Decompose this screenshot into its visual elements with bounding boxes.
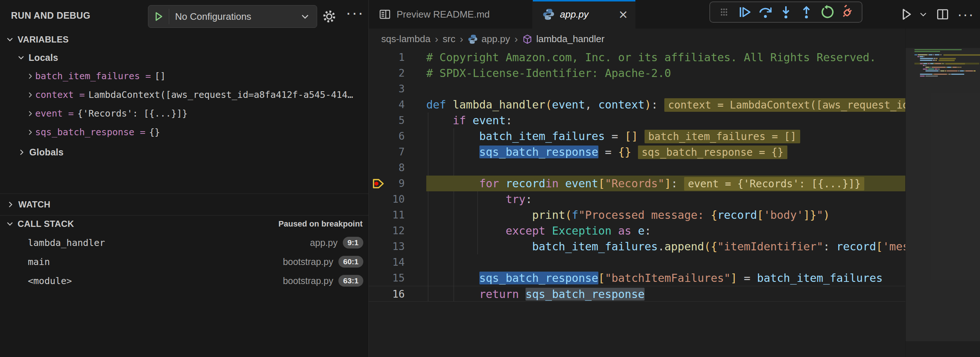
code-line-2[interactable]: 2# SPDX-License-Identifier: Apache-2.0 (369, 65, 905, 81)
token: as (612, 224, 638, 237)
variable-name: batch_item_failures = (35, 71, 151, 81)
step-out-icon[interactable] (799, 4, 815, 20)
minimap-token (943, 63, 944, 64)
token: , (585, 98, 598, 111)
line-content (426, 81, 905, 97)
line-content: # Copyright Amazon.com, Inc. or its affi… (426, 49, 905, 65)
code-line-16[interactable]: 16 return sqs_batch_response (369, 286, 905, 302)
breadcrumb-file[interactable]: app.py (468, 33, 510, 45)
breadcrumb: sqs-lambda › src › app.py › (369, 29, 980, 49)
token: sqs_batch_response (525, 288, 644, 301)
variable-row-context[interactable]: context =LambdaContext([aws_request_id=a… (0, 85, 368, 104)
code-line-5[interactable]: 5 if event: (369, 113, 905, 128)
variable-row-sqs_batch_response[interactable]: sqs_batch_response ={} (0, 123, 368, 142)
views-more-actions-icon[interactable]: ··· (342, 2, 368, 26)
chevron-down-icon[interactable] (300, 11, 317, 22)
token: return (479, 288, 525, 301)
inline-debug-value: context = LambdaContext([aws_request_id=… (664, 98, 905, 112)
line-content: print(f"Processed message: {record['body… (426, 207, 905, 223)
token: " (817, 209, 823, 222)
editor-group: Preview README.md app.py × (369, 0, 980, 357)
tab-label: Preview README.md (397, 9, 490, 20)
gripper-icon[interactable] (716, 4, 732, 20)
restart-icon[interactable] (819, 4, 835, 20)
line-number: 10 (369, 191, 405, 207)
line-number: 11 (369, 207, 405, 223)
step-over-icon[interactable] (757, 4, 773, 20)
code-line-15[interactable]: 15 sqs_batch_response["batchItemFailures… (369, 270, 905, 286)
breadcrumb-folder[interactable]: sqs-lambda (381, 33, 430, 45)
code-line-3[interactable]: 3 (369, 81, 905, 97)
stack-frame-row[interactable]: mainbootstrap.py60:1 (0, 252, 368, 271)
minimap-token (920, 60, 932, 61)
step-into-icon[interactable] (778, 4, 794, 20)
paused-status-badge: Paused on breakpoint (278, 219, 363, 229)
code-line-10[interactable]: 10 try: (369, 191, 905, 207)
debug-toolbar (710, 2, 862, 23)
line-content: except Exception as e: (426, 223, 905, 239)
code-line-9[interactable]: 9 for recordin event["Records"]:event = … (369, 175, 905, 191)
token: if (453, 114, 473, 127)
code-line-14[interactable]: 14 (369, 254, 905, 270)
minimap-token (928, 63, 930, 64)
line-number: 16 (369, 286, 405, 302)
minimap-token (928, 54, 928, 55)
frame-name: <module> (0, 276, 72, 286)
token: : (525, 193, 532, 206)
code-line-7[interactable]: 7 sqs_batch_response = {}sqs_batch_respo… (369, 144, 905, 160)
line-content: sqs_batch_response = {}sqs_batch_respons… (426, 144, 905, 160)
token: def (426, 98, 453, 111)
code-line-1[interactable]: 1# Copyright Amazon.com, Inc. or its aff… (369, 49, 905, 65)
start-debug-play-icon[interactable] (148, 11, 169, 22)
minimap-token (926, 67, 929, 68)
locals-scope-row[interactable]: Locals (0, 48, 368, 67)
globals-scope-row[interactable]: Globals (0, 143, 368, 161)
close-icon[interactable]: × (618, 7, 628, 21)
code-line-12[interactable]: 12 except Exception as e: (369, 223, 905, 239)
minimap-token (961, 67, 961, 68)
call-stack-section-header[interactable]: CALL STACK Paused on breakpoint (0, 215, 368, 233)
token: except (506, 224, 552, 237)
gear-icon[interactable] (319, 6, 339, 26)
chevron-right-icon (25, 110, 35, 118)
frame-location-badge: 9:1 (343, 237, 363, 249)
code-line-6[interactable]: 6 batch_item_failures = []batch_item_fai… (369, 128, 905, 144)
code-line-8[interactable]: 8 (369, 160, 905, 175)
minimap[interactable] (905, 0, 980, 357)
configurations-label[interactable]: No Configurations (169, 11, 300, 22)
line-content: try: (426, 191, 905, 207)
configurations-dropdown[interactable]: No Configurations (148, 5, 317, 28)
code-line-13[interactable]: 13 batch_item_failures.append({"itemIden… (369, 239, 905, 254)
code-line-11[interactable]: 11 print(f"Processed message: {record['b… (369, 207, 905, 223)
code-line-4[interactable]: 4def lambda_handler(event, context):cont… (369, 97, 905, 113)
token: f (572, 209, 578, 222)
line-number: 8 (369, 160, 405, 175)
line-number: 14 (369, 254, 405, 270)
variable-row-event[interactable]: event ={'Records': [{...}]} (0, 104, 368, 123)
continue-icon[interactable] (737, 4, 752, 20)
breadcrumb-symbol[interactable]: lambda_handler (522, 33, 604, 45)
variable-row-batch_item_failures[interactable]: batch_item_failures =[] (0, 67, 368, 85)
line-content: sqs_batch_response["batchItemFailures"] … (426, 270, 905, 286)
breakpoint-current-line-icon[interactable] (372, 177, 386, 190)
minimap-token (965, 70, 973, 72)
variable-value: [] (154, 71, 165, 81)
tab-preview-readme[interactable]: Preview README.md (369, 0, 533, 29)
tab-app-py[interactable]: app.py × (533, 0, 635, 29)
minimap-token (958, 67, 959, 68)
breadcrumb-folder[interactable]: src (443, 33, 456, 45)
minimap-token (938, 69, 939, 70)
variable-value: LambdaContext([aws_request_id=a8fa412f-a… (88, 89, 353, 100)
watch-section-header[interactable]: WATCH (0, 194, 368, 215)
stack-frame-row[interactable]: lambda_handlerapp.py9:1 (0, 233, 368, 252)
code-editor[interactable]: 1# Copyright Amazon.com, Inc. or its aff… (369, 49, 905, 357)
inline-debug-value: event = {'Records': [{...}]} (684, 177, 864, 191)
token: = (605, 130, 625, 143)
token: e (638, 224, 644, 237)
token: Exception (552, 224, 612, 237)
stack-frame-row[interactable]: <module>bootstrap.py63:1 (0, 271, 368, 290)
disconnect-icon[interactable] (840, 4, 856, 20)
variables-section-header[interactable]: VARIABLES (0, 31, 368, 48)
line-content: for recordin event["Records"]:event = {'… (426, 175, 905, 191)
minimap-token (920, 63, 923, 64)
